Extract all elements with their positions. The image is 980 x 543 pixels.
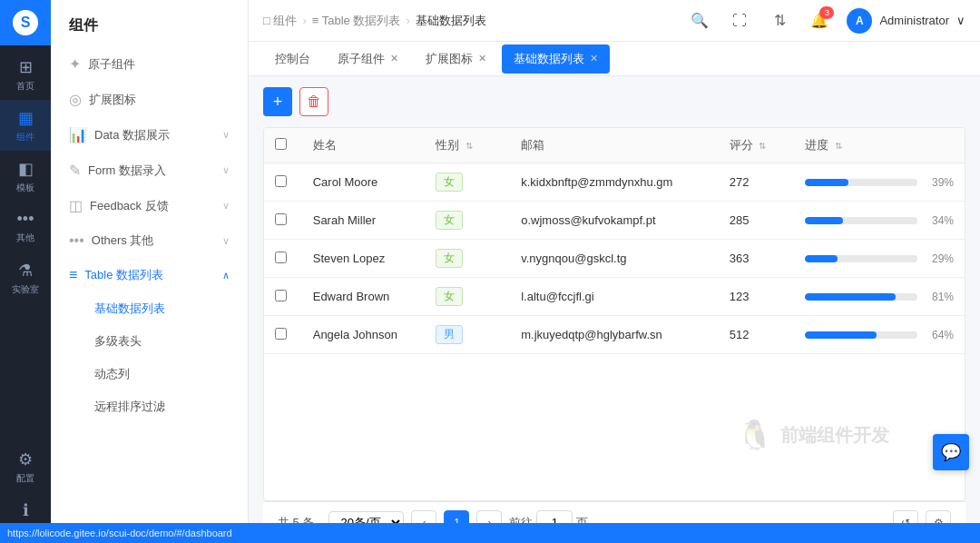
- tab-extend[interactable]: 扩展图标 ✕: [414, 44, 498, 74]
- menu-item-extend-icon[interactable]: ◎ 扩展图标: [51, 82, 248, 117]
- table-submenu: 基础数据列表 多级表头 动态列 远程排序过滤: [51, 292, 248, 423]
- sidebar-menu: 组件 ✦ 原子组件 ◎ 扩展图标 📊 Data 数据展示 ∨ ✎ Form 数据…: [51, 0, 249, 543]
- header-actions: 🔍 ⛶ ⇅ 🔔 3 A Administrator ∨: [687, 8, 965, 34]
- table-row: Edward Brown 女 l.altu@fccjfl.gi 123 81%: [264, 278, 965, 316]
- row-checkbox-1[interactable]: [275, 213, 287, 225]
- config-label: 配置: [16, 472, 34, 485]
- others-label: Others 其他: [92, 232, 215, 249]
- table-icon: ≡: [69, 267, 77, 283]
- table-container: 姓名 性别 ⇅ 邮箱 评分 ⇅ 进度 ⇅: [263, 127, 965, 501]
- submenu-dynamic-col[interactable]: 动态列: [51, 358, 248, 390]
- tab-extend-close[interactable]: ✕: [478, 53, 486, 64]
- bc-item-0: □ 组件: [263, 13, 297, 29]
- sidebar-item-template[interactable]: ◧ 模板: [0, 151, 51, 202]
- row-progress-0: 39%: [794, 163, 965, 202]
- sidebar-item-components[interactable]: ▦ 组件: [0, 100, 51, 151]
- main-content: 组件 ✦ 原子组件 ◎ 扩展图标 📊 Data 数据展示 ∨ ✎ Form 数据…: [51, 0, 980, 543]
- submenu-basic-table[interactable]: 基础数据列表: [51, 292, 248, 325]
- menu-item-data-display[interactable]: 📊 Data 数据展示 ∨: [51, 117, 248, 153]
- tab-primitive-close[interactable]: ✕: [390, 53, 398, 64]
- add-button[interactable]: +: [263, 87, 292, 116]
- tab-basic-table-label: 基础数据列表: [514, 51, 584, 67]
- progress-pct-0: 39%: [925, 176, 954, 189]
- lab-label: 实验室: [12, 283, 39, 296]
- multi-header-label: 多级表头: [94, 333, 142, 350]
- menu-item-primitive[interactable]: ✦ 原子组件: [51, 46, 248, 82]
- other-label: 其他: [16, 232, 34, 244]
- tab-basic-table[interactable]: 基础数据列表 ✕: [502, 44, 610, 74]
- primitive-label: 原子组件: [88, 56, 230, 73]
- progress-bar-fill-3: [805, 293, 896, 301]
- feedback-arrow: ∨: [222, 200, 230, 212]
- th-progress: 进度 ⇅: [794, 128, 965, 163]
- row-score-3: 123: [719, 278, 794, 316]
- row-progress-3: 81%: [794, 278, 965, 316]
- search-button[interactable]: 🔍: [687, 8, 712, 34]
- tab-control[interactable]: 控制台: [263, 44, 322, 74]
- fullscreen-button[interactable]: ⛶: [727, 8, 752, 34]
- th-email: 邮箱: [510, 128, 719, 163]
- row-checkbox-0[interactable]: [275, 175, 287, 187]
- user-area[interactable]: A Administrator ∨: [847, 8, 965, 34]
- row-check-0: [264, 163, 302, 202]
- progress-bar-bg-3: [805, 293, 917, 301]
- submenu-multi-header[interactable]: 多级表头: [51, 325, 248, 358]
- row-checkbox-3[interactable]: [275, 290, 287, 301]
- logo-icon: S: [13, 10, 38, 35]
- data-display-arrow: ∨: [222, 129, 230, 141]
- remote-sort-label: 远程排序过滤: [94, 399, 165, 415]
- score-sort-icon[interactable]: ⇅: [759, 141, 766, 151]
- table-row: Angela Johnson 男 m.jkuyedqtp@hglybarfw.s…: [264, 316, 965, 354]
- breadcrumb: □ 组件 › ≡ Table 数据列表 › 基础数据列表: [263, 13, 486, 29]
- components-icon: ▦: [18, 108, 34, 128]
- extend-icon-label: 扩展图标: [89, 92, 230, 108]
- float-action-button[interactable]: 💬: [933, 434, 969, 470]
- menu-item-form[interactable]: ✎ Form 数据录入 ∨: [51, 153, 248, 188]
- refresh-button[interactable]: ⇅: [767, 8, 792, 34]
- user-dropdown-icon: ∨: [956, 14, 965, 27]
- menu-item-feedback[interactable]: ◫ Feedback 反馈 ∨: [51, 188, 248, 223]
- select-all-checkbox[interactable]: [275, 138, 287, 150]
- th-score: 评分 ⇅: [719, 128, 794, 163]
- gender-sort-icon[interactable]: ⇅: [466, 141, 473, 151]
- tab-control-label: 控制台: [275, 51, 310, 67]
- submenu-remote-sort[interactable]: 远程排序过滤: [51, 390, 248, 423]
- tab-primitive[interactable]: 原子组件 ✕: [326, 44, 410, 74]
- row-score-0: 272: [719, 163, 794, 202]
- config-icon: ⚙: [18, 449, 33, 469]
- sidebar-item-home[interactable]: ⊞ 首页: [0, 49, 51, 100]
- row-checkbox-2[interactable]: [275, 252, 287, 263]
- notification-button[interactable]: 🔔 3: [807, 8, 832, 34]
- progress-bar-bg-4: [805, 331, 917, 339]
- row-checkbox-4[interactable]: [275, 328, 287, 340]
- sidebar-item-lab[interactable]: ⚗ 实验室: [0, 252, 51, 303]
- nav-logo: S: [0, 0, 51, 45]
- data-display-label: Data 数据展示: [94, 127, 215, 143]
- menu-item-others[interactable]: ••• Others 其他 ∨: [51, 223, 248, 258]
- extend-icon-icon: ◎: [69, 91, 82, 108]
- progress-sort-icon[interactable]: ⇅: [835, 141, 842, 151]
- sidebar-item-config[interactable]: ⚙ 配置: [0, 441, 51, 492]
- gender-tag-1: 女: [436, 211, 463, 230]
- bc-sep-0: ›: [302, 14, 306, 27]
- tab-extend-label: 扩展图标: [426, 51, 473, 67]
- data-display-icon: 📊: [69, 126, 87, 143]
- feedback-icon: ◫: [69, 197, 83, 214]
- th-name: 姓名: [302, 128, 426, 163]
- row-name-0: Carol Moore: [302, 163, 426, 202]
- form-icon: ✎: [69, 162, 81, 179]
- delete-button[interactable]: 🗑: [299, 87, 328, 116]
- basic-table-label: 基础数据列表: [94, 301, 165, 317]
- progress-bar-fill-2: [805, 255, 838, 262]
- tab-bar: 控制台 原子组件 ✕ 扩展图标 ✕ 基础数据列表 ✕: [249, 42, 980, 76]
- progress-bar-bg-0: [805, 179, 917, 186]
- row-score-1: 285: [719, 202, 794, 240]
- row-gender-4: 男: [425, 316, 510, 354]
- sidebar-item-other[interactable]: ••• 其他: [0, 202, 51, 252]
- primitive-icon: ✦: [69, 55, 81, 73]
- row-gender-3: 女: [425, 278, 510, 316]
- template-label: 模板: [16, 182, 34, 194]
- row-name-2: Steven Lopez: [302, 240, 426, 278]
- menu-item-table[interactable]: ≡ Table 数据列表 ∧: [51, 258, 248, 292]
- tab-basic-table-close[interactable]: ✕: [590, 53, 598, 64]
